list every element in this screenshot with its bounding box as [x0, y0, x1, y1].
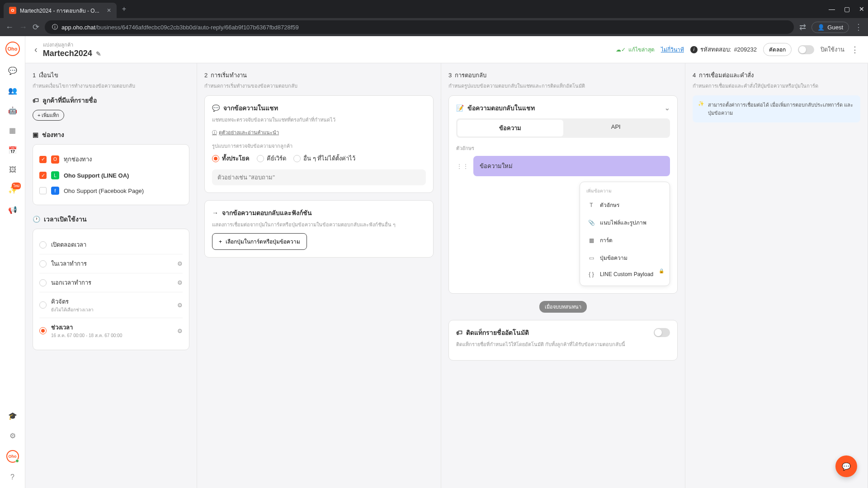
radio-icon[interactable]: [293, 155, 301, 162]
checkbox-icon[interactable]: [39, 187, 47, 194]
radio-icon[interactable]: [39, 241, 47, 249]
keyword-input[interactable]: [212, 169, 426, 185]
checkbox-icon[interactable]: ✓: [39, 156, 47, 163]
function-trigger-card: →จากข้อความตอบกลับและฟังก์ชัน แสดงการเชื…: [204, 200, 434, 258]
back-icon[interactable]: ←: [5, 23, 14, 32]
line-icon: L: [51, 171, 59, 179]
guest-profile-button[interactable]: 👤 Guest: [811, 22, 849, 33]
forward-icon[interactable]: →: [19, 23, 27, 32]
radio-icon[interactable]: [257, 155, 264, 162]
site-info-icon[interactable]: ⓘ: [52, 23, 58, 31]
app-logo[interactable]: Oho: [5, 42, 20, 56]
choose-button-action[interactable]: +เลือกปุ่มในการ์ดหรือปุ่มข้อความ: [212, 233, 307, 250]
drag-handle-icon[interactable]: ⋮⋮: [456, 163, 469, 170]
add-tag-button[interactable]: + เพิ่มแท็ก: [33, 110, 64, 121]
gear-icon[interactable]: ⚙: [177, 279, 183, 286]
channel-all[interactable]: ✓ O ทุกช่องทาง: [39, 151, 183, 168]
back-button[interactable]: ‹: [34, 44, 38, 55]
browser-tab[interactable]: O Martech2024 - การตอบกลับ - O... ✕: [4, 3, 117, 18]
media-icon[interactable]: 🖼: [7, 164, 18, 175]
schedule-queue[interactable]: คิวจัตรยังไม่ได้เลือกช่วงเวลา ⚙: [39, 292, 183, 318]
gear-icon[interactable]: ⚙: [177, 328, 183, 334]
message-text-input[interactable]: ข้อความใหม่: [473, 156, 670, 176]
add-text-option[interactable]: Tตัวอักษร: [584, 196, 666, 214]
tab-message[interactable]: ข้อความ: [458, 120, 563, 136]
bot-icon[interactable]: 🤖: [7, 105, 18, 116]
radio-icon[interactable]: [212, 155, 219, 162]
browser-menu-icon[interactable]: ⋮: [854, 22, 863, 32]
translate-icon[interactable]: ⇄: [799, 22, 806, 32]
chevron-down-icon[interactable]: ⌄: [665, 104, 670, 112]
add-attachment-option[interactable]: 📎แนบไฟล์และรูปภาพ: [584, 214, 666, 231]
user-icon: 👤: [817, 24, 825, 31]
url-path: /business/64746afdfecbc09c2cb3bb0d/auto-…: [95, 24, 299, 31]
add-button-option[interactable]: ▭ปุ่มข้อความ: [584, 249, 666, 267]
settings-icon[interactable]: ⚙: [7, 430, 18, 441]
support-chat-fab[interactable]: 💬: [835, 455, 857, 477]
checkbox-icon[interactable]: ✓: [39, 172, 47, 179]
chat-trigger-card: 💬จากข้อความในแชท แชทบอทจะตรวจจับข้อความใ…: [204, 95, 434, 193]
schedule-business-hours[interactable]: ในเวลาทำการ ⚙: [39, 254, 183, 273]
browser-toolbar: ← → ⟳ ⓘ app.oho.chat/business/64746afdfe…: [0, 18, 868, 36]
user-avatar[interactable]: Oho: [6, 450, 19, 463]
new-badge: ใหม่: [12, 183, 21, 189]
help-link[interactable]: ⓘดูตัวอย่างและอ่านคำแนะนำ: [212, 128, 426, 136]
apps-icon[interactable]: ▦: [7, 125, 18, 136]
maximize-icon[interactable]: ▢: [844, 5, 850, 13]
match-option-sentence[interactable]: ทั้งประโยค: [212, 154, 250, 163]
radio-icon[interactable]: [39, 301, 47, 309]
sparkle-icon[interactable]: ✨ใหม่: [7, 184, 18, 195]
radio-icon[interactable]: [39, 279, 47, 286]
conditions-column: 1 เงื่อนไข กำหนดเงื่อนไขการทำงานของข้อคว…: [25, 63, 197, 488]
match-option-other[interactable]: อื่น ๆ ที่ไม่ได้ตั้งค่าไว้: [293, 154, 355, 163]
reply-column: 3 การตอบกลับ กำหนดรูปแบบข้อความตอบกลับใน…: [441, 63, 685, 488]
radio-icon[interactable]: [39, 327, 47, 334]
address-bar[interactable]: ⓘ app.oho.chat/business/64746afdfecbc09c…: [45, 20, 794, 34]
channel-line[interactable]: ✓ L Oho Support (LINE OA): [39, 168, 183, 183]
auto-tag-card: 🏷ติดแท็กรายชื่ออัตโนมัติ ติดแท็กรายชื่อท…: [448, 320, 678, 361]
learn-icon[interactable]: 🎓: [7, 410, 18, 421]
gear-icon[interactable]: ⚙: [177, 260, 183, 267]
toggle-label: ปิดใช้งาน: [821, 45, 844, 54]
close-window-icon[interactable]: ✕: [859, 5, 864, 13]
tag-icon: 🏷: [33, 97, 39, 104]
calendar-icon[interactable]: 📅: [7, 145, 18, 155]
message-icon: 💬: [212, 104, 220, 112]
help-icon[interactable]: ?: [7, 472, 18, 483]
add-message-menu: เพิ่มข้อความ Tตัวอักษร 📎แนบไฟล์และรูปภาพ…: [580, 182, 670, 286]
arrow-right-icon: →: [439, 95, 441, 104]
app-sidebar: Oho 💬 👥 🤖 ▦ 📅 🖼 ✨ใหม่ 📢 🎓 ⚙ Oho ?: [0, 36, 25, 488]
add-line-payload-option[interactable]: { }LINE Custom Payload🔒: [584, 267, 666, 282]
guest-label: Guest: [827, 24, 843, 31]
text-icon: T: [587, 202, 595, 208]
edit-icon[interactable]: ✎: [96, 50, 101, 57]
reload-icon[interactable]: ⟳: [33, 22, 39, 32]
channel-facebook[interactable]: f Oho Support (Facebook Page): [39, 183, 183, 198]
triggers-column: 2 การเริ่มทำงาน กำหนดการเริ่มทำงานของข้อ…: [197, 63, 441, 488]
chat-icon[interactable]: 💬: [7, 65, 18, 76]
match-option-keyword[interactable]: คีย์เวิร์ด: [257, 154, 286, 163]
schedule-always[interactable]: เปิดตลอดเวลา: [39, 235, 183, 254]
add-card-option[interactable]: ▦การ์ด: [584, 231, 666, 249]
minimize-icon[interactable]: —: [829, 5, 835, 13]
contacts-icon[interactable]: 👥: [7, 85, 18, 96]
hint-message: ✨ สามารถตั้งค่าการเชื่อมต่อได้ เมื่อเพิ่…: [693, 95, 860, 122]
enable-toggle[interactable]: [798, 45, 814, 54]
end-conversation-button[interactable]: เมื่อจบบทสนทนา: [539, 301, 587, 313]
save-time-link[interactable]: ไม่กี่วินาที: [661, 45, 684, 54]
schedule-after-hours[interactable]: นอกเวลาทำการ ⚙: [39, 273, 183, 292]
schedule-custom[interactable]: ช่วงเวลา16 ส.ค. 67 00:00 - 18 ส.ค. 67 00…: [39, 318, 183, 343]
auto-tag-toggle[interactable]: [654, 328, 670, 337]
new-tab-button[interactable]: +: [122, 5, 126, 13]
info-icon[interactable]: i: [690, 46, 698, 53]
channels-icon: ▣: [33, 131, 38, 138]
tab-api[interactable]: API: [563, 120, 669, 136]
tab-close-icon[interactable]: ✕: [107, 7, 111, 14]
more-menu-icon[interactable]: ⋮: [851, 45, 859, 55]
gear-icon[interactable]: ⚙: [177, 302, 183, 309]
radio-icon[interactable]: [39, 260, 47, 267]
broadcast-icon[interactable]: 📢: [7, 204, 18, 215]
copy-button[interactable]: คัดลอก: [763, 43, 792, 56]
tab-favicon: O: [9, 7, 16, 14]
oho-icon: O: [51, 155, 59, 164]
